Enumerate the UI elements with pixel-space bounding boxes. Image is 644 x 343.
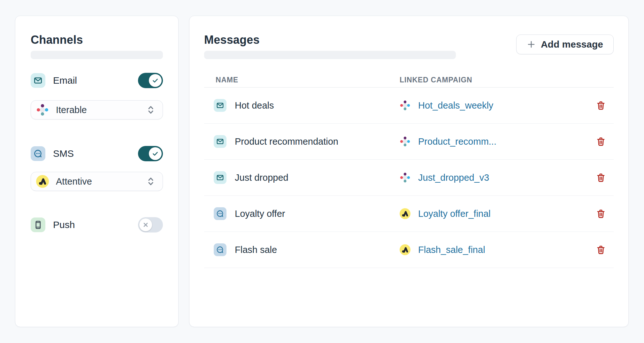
message-name-cell: Product recommendation (204, 135, 400, 148)
add-message-label: Add message (541, 39, 603, 50)
linked-campaign-cell: Product_recomm... (400, 136, 594, 147)
messages-table-header: NAME LINKED CAMPAIGN (204, 76, 614, 88)
message-name-cell: Hot deals (204, 99, 400, 112)
message-name: Loyalty offer (235, 209, 285, 219)
sms-provider-select[interactable]: Attentive (31, 172, 163, 191)
email-icon (214, 135, 226, 148)
table-row: Hot deals Hot_deals_weekly (204, 88, 614, 124)
linked-campaign-cell: Hot_deals_weekly (400, 100, 594, 111)
trash-icon (596, 245, 606, 255)
iterable-logo-icon (36, 103, 49, 116)
email-toggle[interactable] (138, 73, 163, 88)
plus-icon (527, 40, 536, 49)
sms-icon (214, 207, 226, 220)
email-provider-select[interactable]: Iterable (31, 100, 163, 119)
message-name-cell: Flash sale (204, 243, 400, 256)
attentive-logo-icon (400, 208, 410, 219)
message-name: Hot deals (235, 100, 274, 111)
attentive-logo-icon (36, 175, 49, 188)
delete-row-button[interactable] (594, 207, 608, 221)
campaign-link[interactable]: Hot_deals_weekly (418, 100, 493, 111)
message-name: Flash sale (235, 245, 277, 255)
channel-row-email: Email (31, 73, 163, 88)
channels-panel: Channels Email Iterable SMS (15, 16, 179, 327)
trash-icon (596, 136, 606, 147)
add-message-button[interactable]: Add message (516, 34, 614, 54)
column-header-name: NAME (204, 76, 400, 84)
chevron-updown-icon (146, 176, 156, 187)
delete-row-button[interactable] (594, 134, 608, 149)
table-row: Flash sale Flash_sale_final (204, 232, 614, 268)
messages-table: NAME LINKED CAMPAIGN Hot deals Hot_deals… (204, 76, 614, 268)
sms-toggle[interactable] (138, 146, 163, 161)
sms-icon (214, 243, 226, 256)
channels-title: Channels (31, 33, 163, 47)
iterable-logo-icon (400, 136, 410, 147)
delete-row-button[interactable] (594, 171, 608, 185)
message-name: Just dropped (235, 172, 288, 183)
channels-subtitle-skeleton (31, 51, 163, 59)
linked-campaign-cell: Loyalty offer_final (400, 208, 594, 219)
row-actions (594, 171, 614, 185)
table-row: Just dropped Just_dropped_v3 (204, 160, 614, 196)
messages-table-body: Hot deals Hot_deals_weekly Product r (204, 88, 614, 268)
push-icon (31, 217, 45, 232)
delete-row-button[interactable] (594, 243, 608, 257)
messages-subtitle-skeleton (204, 51, 456, 59)
chevron-updown-icon (146, 104, 156, 115)
campaign-link[interactable]: Product_recomm... (418, 136, 496, 147)
row-actions (594, 207, 614, 221)
campaign-link[interactable]: Flash_sale_final (418, 245, 485, 255)
row-actions (594, 243, 614, 257)
trash-icon (596, 209, 606, 219)
channel-label-email: Email (53, 75, 138, 86)
toggle-knob-x-icon (139, 218, 152, 231)
channel-row-push: Push (31, 217, 163, 232)
message-name-cell: Just dropped (204, 171, 400, 184)
push-toggle[interactable] (138, 217, 163, 232)
delete-row-button[interactable] (594, 98, 608, 112)
email-icon (214, 171, 226, 184)
linked-campaign-cell: Flash_sale_final (400, 244, 594, 255)
iterable-logo-icon (400, 100, 410, 111)
channel-label-push: Push (53, 219, 138, 230)
column-header-linked-campaign: LINKED CAMPAIGN (400, 76, 472, 84)
channel-row-sms: SMS (31, 146, 163, 161)
row-actions (594, 134, 614, 149)
trash-icon (596, 100, 606, 111)
email-provider-name: Iterable (56, 105, 146, 115)
toggle-knob-check-icon (149, 74, 162, 87)
linked-campaign-cell: Just_dropped_v3 (400, 172, 594, 183)
attentive-logo-icon (400, 244, 410, 255)
table-row: Product recommendation Product_recomm... (204, 124, 614, 160)
channel-label-sms: SMS (53, 148, 138, 159)
email-icon (31, 73, 45, 88)
campaign-link[interactable]: Loyalty offer_final (418, 209, 491, 219)
sms-icon (31, 146, 45, 161)
messages-header: Messages Add message (204, 33, 614, 59)
message-name-cell: Loyalty offer (204, 207, 400, 220)
trash-icon (596, 172, 606, 183)
messages-panel: Messages Add message NAME LINKED CAMPAIG… (189, 16, 629, 327)
row-actions (594, 98, 614, 112)
table-row: Loyalty offer Loyalty offer_final (204, 196, 614, 232)
email-icon (214, 99, 226, 112)
toggle-knob-check-icon (149, 147, 162, 160)
campaign-link[interactable]: Just_dropped_v3 (418, 172, 489, 183)
sms-provider-name: Attentive (56, 176, 146, 187)
message-name: Product recommendation (235, 136, 338, 147)
iterable-logo-icon (400, 172, 410, 183)
